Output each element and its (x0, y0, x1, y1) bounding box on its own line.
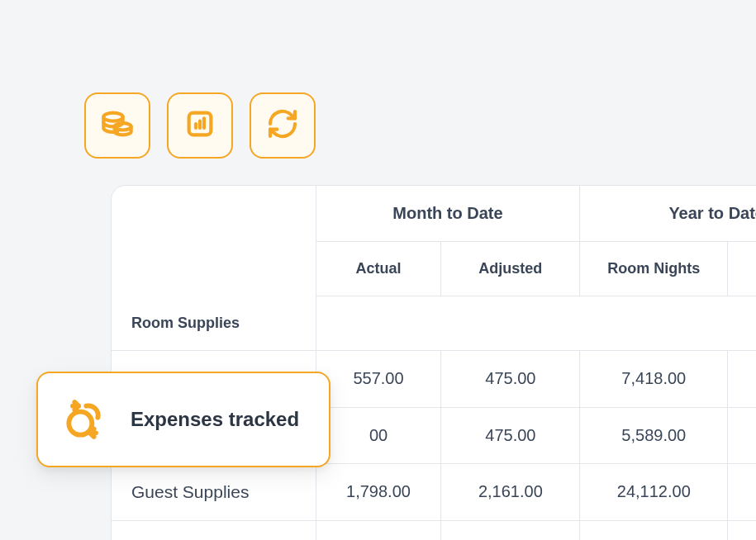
adjusted-mtd-header: Adjusted (441, 242, 580, 296)
cell-adjusted-ytd: 5,72 (728, 407, 756, 463)
cell-adjusted-ytd: 5,56 (728, 520, 756, 540)
adjusted-ytd-header: Adjusted (728, 242, 756, 296)
cell-room-nights: 7,418.00 (580, 350, 728, 407)
table-row: Guest Supplies 1,798.00 2,161.00 24,112.… (112, 463, 756, 520)
cell-actual: 1,798.00 (316, 463, 441, 520)
cell-adjusted-ytd: 25,3 (728, 463, 756, 520)
cell-room-nights: 24,112.00 (580, 463, 728, 520)
mtd-header: Month to Date (316, 186, 580, 242)
coins-icon (101, 107, 134, 144)
category-header: Room Supplies (112, 296, 316, 351)
cell-actual: 221.00 (316, 520, 441, 540)
cell-adjusted-mtd: 475.00 (441, 520, 580, 540)
cell-adjusted-mtd: 475.00 (441, 407, 580, 463)
svg-point-0 (103, 113, 122, 121)
refresh-icon (266, 107, 299, 144)
chart-button[interactable] (167, 92, 233, 159)
expenses-table: Month to Date Year to Date Actual Adjust… (111, 185, 756, 540)
row-label: Guest Supplies (112, 463, 316, 520)
row-label: Room Supplies (112, 520, 316, 540)
toolbar (0, 0, 756, 159)
bar-chart-icon (183, 107, 216, 144)
cell-room-nights: 5,589.00 (580, 407, 728, 463)
cell-actual: 557.00 (316, 350, 441, 407)
cell-adjusted-ytd: 5,514 (728, 350, 756, 407)
cell-adjusted-mtd: 2,161.00 (441, 463, 580, 520)
sync-circles-icon (61, 396, 107, 443)
cell-adjusted-mtd: 475.00 (441, 350, 580, 407)
cell-room-nights: 5,118.00 (580, 520, 728, 540)
table-row: Room Supplies 221.00 475.00 5,118.00 5,5… (112, 520, 756, 540)
actual-header: Actual (316, 242, 441, 296)
cell-actual: 00 (316, 407, 441, 463)
coins-button[interactable] (84, 92, 150, 159)
expenses-tracked-toast: Expenses tracked (36, 372, 330, 467)
room-nights-header: Room Nights (580, 242, 728, 296)
ytd-header: Year to Date (580, 186, 756, 242)
refresh-button[interactable] (250, 92, 316, 159)
toast-label: Expenses tracked (131, 408, 299, 431)
